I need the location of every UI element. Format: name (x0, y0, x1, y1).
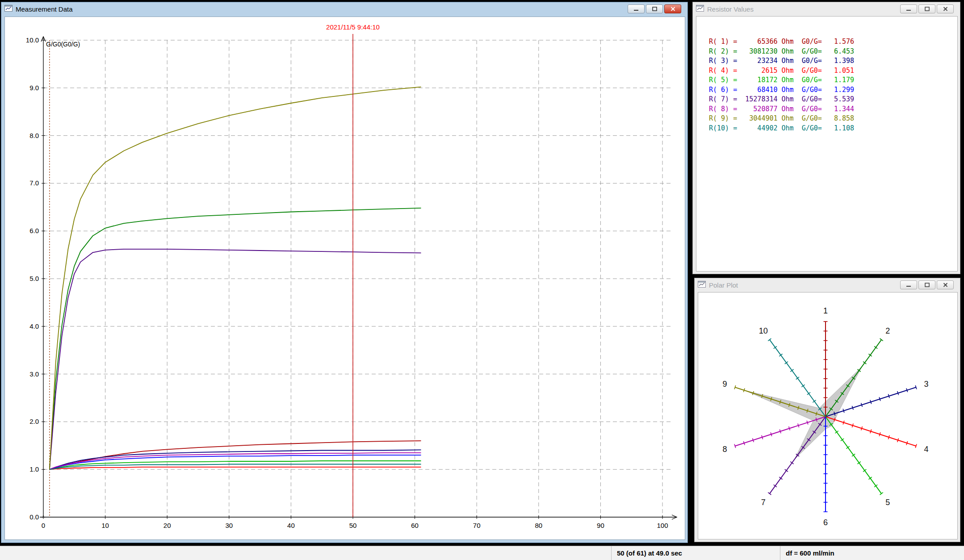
svg-text:5.0: 5.0 (29, 275, 39, 282)
resistor-row: R( 3) = 23234 Ohm G0/G= 1.398 (709, 56, 957, 66)
measurement-chart-area[interactable]: 0.01.02.03.04.05.06.07.08.09.010.0010203… (4, 17, 685, 540)
svg-text:10: 10 (759, 326, 768, 335)
svg-text:8.0: 8.0 (29, 132, 39, 139)
svg-text:2: 2 (885, 326, 890, 335)
svg-text:1.0: 1.0 (29, 465, 39, 473)
resistor-row: R( 1) = 65366 Ohm G0/G= 1.576 (709, 37, 957, 47)
measurement-chart-svg[interactable]: 0.01.02.03.04.05.06.07.08.09.010.0010203… (5, 17, 685, 540)
resistor-row: R( 7) = 15278314 Ohm G/G0= 5.539 (709, 95, 957, 104)
svg-text:2021/11/5 9:44:10: 2021/11/5 9:44:10 (326, 23, 380, 31)
minimize-button[interactable] (900, 280, 917, 289)
svg-text:40: 40 (287, 522, 295, 529)
resistor-row: R( 4) = 2615 Ohm G/G0= 1.051 (709, 66, 957, 76)
svg-text:6.0: 6.0 (29, 227, 39, 234)
svg-text:5: 5 (885, 498, 890, 507)
resistor-row: R(10) = 44902 Ohm G/G0= 1.108 (709, 124, 957, 134)
resistor-values-area: R( 1) = 65366 Ohm G0/G= 1.576R( 2) = 308… (696, 16, 958, 272)
svg-text:4.0: 4.0 (29, 322, 39, 330)
status-progress: 50 (of 61) at 49.0 sec (611, 546, 780, 560)
svg-text:4: 4 (924, 445, 928, 454)
measurement-data-window: Measurement Data 0.01.02.03.04.05.06.07.… (1, 2, 688, 543)
window-title: Measurement Data (16, 5, 73, 13)
svg-text:3: 3 (924, 380, 928, 389)
window-title: Resistor Values (707, 5, 754, 13)
resistor-row: R( 6) = 68410 Ohm G/G0= 1.299 (709, 85, 957, 95)
svg-text:90: 90 (597, 522, 604, 529)
minimize-button[interactable] (900, 4, 917, 13)
svg-text:0: 0 (42, 522, 45, 529)
resistor-row: R( 9) = 3044901 Ohm G/G0= 8.858 (709, 114, 957, 124)
desktop: Measurement Data 0.01.02.03.04.05.06.07.… (0, 0, 964, 560)
resistor-row: R( 8) = 520877 Ohm G/G0= 1.344 (709, 104, 957, 114)
svg-text:3.0: 3.0 (29, 370, 39, 378)
status-flow: df = 600 ml/min (780, 546, 964, 560)
svg-text:50: 50 (349, 522, 357, 529)
svg-text:2.0: 2.0 (29, 418, 39, 425)
svg-text:7.0: 7.0 (29, 179, 39, 187)
svg-text:60: 60 (411, 522, 419, 529)
svg-text:10: 10 (101, 522, 109, 529)
svg-text:100: 100 (657, 522, 668, 529)
app-icon (698, 281, 706, 289)
svg-text:0.0: 0.0 (29, 513, 39, 521)
app-icon (4, 5, 13, 13)
polar-plot-svg: 12345678910 (698, 293, 958, 539)
svg-text:8: 8 (723, 445, 727, 454)
maximize-button[interactable] (918, 280, 935, 289)
resistor-values-window: Resistor Values R( 1) = 65366 Ohm G0/G= … (692, 2, 960, 274)
svg-text:7: 7 (761, 498, 766, 507)
svg-text:20: 20 (163, 522, 171, 529)
svg-text:30: 30 (225, 522, 233, 529)
minimize-button[interactable] (628, 4, 645, 13)
close-button[interactable] (937, 280, 954, 289)
maximize-button[interactable] (918, 4, 935, 13)
close-button[interactable] (937, 4, 954, 13)
svg-text:10.0: 10.0 (26, 36, 39, 44)
app-icon (696, 5, 704, 13)
close-button[interactable] (664, 4, 681, 13)
svg-text:80: 80 (535, 522, 542, 529)
svg-text:9.0: 9.0 (29, 84, 39, 92)
status-bar: 50 (of 61) at 49.0 sec df = 600 ml/min (0, 546, 964, 560)
status-empty-panel (0, 546, 611, 560)
resistor-row: R( 5) = 18172 Ohm G0/G= 1.179 (709, 75, 957, 85)
polar-plot-window: Polar Plot 12345678910 (694, 278, 960, 542)
measurement-titlebar[interactable]: Measurement Data (1, 2, 687, 16)
polar-plot-area: 12345678910 (698, 292, 958, 539)
resistor-rows: R( 1) = 65366 Ohm G0/G= 1.576R( 2) = 308… (696, 17, 957, 133)
window-title: Polar Plot (709, 281, 738, 289)
maximize-button[interactable] (646, 4, 663, 13)
resistor-row: R( 2) = 3081230 Ohm G/G0= 6.453 (709, 47, 957, 57)
resistor-titlebar[interactable]: Resistor Values (693, 2, 960, 16)
svg-text:G/G0(G0/G): G/G0(G0/G) (46, 41, 80, 48)
svg-text:70: 70 (473, 522, 481, 529)
svg-text:9: 9 (723, 380, 727, 389)
polar-titlebar[interactable]: Polar Plot (695, 278, 960, 292)
svg-text:1: 1 (823, 306, 828, 315)
svg-text:6: 6 (823, 518, 828, 527)
